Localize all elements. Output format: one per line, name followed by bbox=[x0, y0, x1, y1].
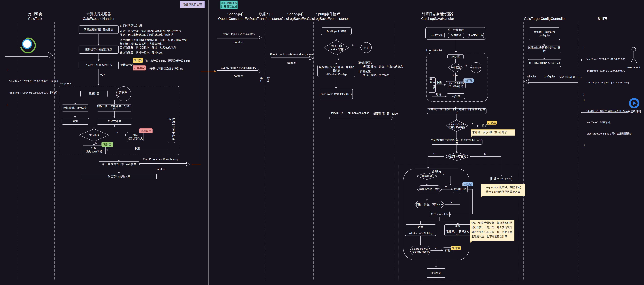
connector bbox=[456, 40, 456, 52]
yes-label: Y bbox=[338, 57, 339, 61]
note-line: 携带目标物、属性，以及公式信息 bbox=[357, 65, 403, 69]
play-icon bbox=[629, 98, 639, 108]
connector bbox=[75, 100, 114, 100]
diff-value-hex: 同物、属性；不同value bbox=[414, 201, 445, 208]
formula-calc-box: 按公式计算 bbox=[97, 118, 132, 125]
query-cached-config-box: 查询缓存中的配置信息 bbox=[78, 46, 119, 54]
diamond-label: 数据库中存在的 bbox=[443, 152, 471, 161]
json-line: "startTime": "2024-01-01 00:00:00", 【可选】 bbox=[7, 79, 60, 83]
user-agent-label: user agent bbox=[624, 66, 644, 69]
yes-label: Y bbox=[443, 173, 444, 176]
lane-subtitle: CalcLogSaveEventListener bbox=[306, 16, 349, 21]
event-save-arrow bbox=[270, 56, 313, 60]
connector bbox=[456, 132, 457, 138]
box-label: 分发计算 bbox=[89, 92, 100, 95]
msg-false-tskvdtos: tskvDTOs bbox=[331, 112, 343, 115]
json-line: "startTime": "2024-01-01 00:00:00", bbox=[584, 57, 629, 61]
forward-label-vertical: 转发 bbox=[266, 77, 270, 82]
connector bbox=[450, 176, 450, 184]
loop-tskvlist-label: Loop tskvList bbox=[426, 49, 442, 52]
uncalculated-badge: 未计算 bbox=[133, 58, 143, 63]
box-label: 收集 未匹配、未计算的log bbox=[409, 226, 432, 235]
generate-log-box: 生成一条log对象 打上初始标记 bbox=[446, 81, 466, 88]
connector bbox=[432, 96, 446, 97]
lane-header-calcexecutehandler: 计算执行处理器CalcExecuteHandler bbox=[78, 12, 119, 21]
arrowhead bbox=[114, 103, 115, 105]
diamond-label: topic正确 dataList非空 bbox=[324, 40, 349, 55]
connector bbox=[436, 260, 436, 267]
accumulate-box: 累加 bbox=[62, 118, 89, 125]
lifeline bbox=[313, 22, 314, 280]
box-label: tskv数据集 bbox=[431, 34, 443, 37]
arrowhead bbox=[420, 244, 422, 245]
box-label: 校验topic和数据 bbox=[327, 30, 346, 33]
arrowhead bbox=[93, 144, 95, 146]
box-label: 打标 bbox=[445, 249, 450, 252]
arrowhead bbox=[114, 116, 115, 118]
box-label: 累加 bbox=[73, 120, 78, 123]
connector bbox=[582, 112, 628, 113]
discard-logs-box: 丢弃 已计算、计算异常的log bbox=[444, 224, 471, 236]
connector bbox=[428, 156, 443, 157]
connector bbox=[98, 34, 99, 44]
connector bbox=[427, 193, 427, 200]
lane-title: Spring事件监听 bbox=[306, 12, 349, 16]
arrowhead bbox=[459, 193, 461, 194]
clock-hand-minute bbox=[27, 44, 29, 44]
connector bbox=[442, 189, 452, 189]
lane-subtitle: CalcTask bbox=[15, 16, 55, 21]
collect-logs-box: 收集 未匹配、未计算的log bbox=[405, 224, 436, 236]
arrowhead bbox=[581, 112, 582, 113]
query-tskvlist-box: 基于指定时间查询 tskvList bbox=[528, 59, 561, 67]
connector bbox=[451, 214, 472, 214]
batch-insert-update-box: 批量 insert update bbox=[490, 176, 512, 181]
msg-false-configs: allEnabledConfigs bbox=[348, 112, 369, 115]
unmatched-badge2: 未匹配 bbox=[462, 182, 473, 186]
no-label: N bbox=[352, 44, 354, 47]
loop-logs-label: Loop logs bbox=[60, 82, 72, 85]
json-line: } bbox=[7, 103, 60, 106]
clear-expired-note: 过期时间默认为1周 好处：执行性能、资源消耗可以维持在比较乐观范围 坏处：无法重… bbox=[120, 24, 187, 46]
get-enabled-configs-box: 缓存中获取所有开启计算的配置信息 allEnabledConfigs bbox=[318, 65, 355, 77]
init-state-box: 初始化状态 bbox=[452, 186, 468, 193]
arrowhead bbox=[445, 95, 446, 97]
clear-expired-logs-box: 清除过期的已计算的日志 bbox=[78, 26, 119, 34]
calc-error-badge2: 计算异常 bbox=[139, 128, 152, 133]
orange-arrowhead bbox=[214, 70, 216, 72]
orange-connector bbox=[192, 164, 201, 164]
box-label: 过滤出这些配置中的物、属性 bbox=[528, 46, 561, 53]
arrowhead bbox=[98, 84, 100, 86]
form-label: 形成 bbox=[436, 92, 441, 96]
legend-realtime-label: 实时数据消费 计算日志生成 bbox=[221, 1, 237, 8]
logs-label: logs bbox=[100, 73, 105, 76]
query-user-config-box: 查询用户指定配置 configList bbox=[529, 28, 560, 40]
connector bbox=[463, 68, 470, 68]
event-history-label2: Event：topic = v1/tskv/history bbox=[216, 66, 261, 70]
connector bbox=[114, 125, 114, 127]
note-line: 目标物配置：携带目标物、属性，以及公式信息 bbox=[120, 46, 176, 50]
log-collector-box: log收集器 bbox=[429, 78, 436, 93]
connector bbox=[438, 176, 450, 176]
connector bbox=[94, 97, 94, 100]
json-line: } bbox=[584, 143, 632, 147]
datalist-label: dataList bbox=[216, 75, 261, 78]
push-success-event-box: 对 计算成功的日志 push事件 bbox=[99, 161, 139, 167]
connector bbox=[468, 189, 472, 189]
connector bbox=[544, 53, 544, 59]
lane-title: 定时调度 bbox=[15, 12, 55, 16]
connector bbox=[440, 217, 440, 221]
orange-connector bbox=[201, 71, 214, 71]
lane-header-calclogsaveeventlistener: Spring事件监听CalcLogSaveEventListener bbox=[306, 12, 349, 21]
update-all-logs-box: 对全部log更新入库 bbox=[82, 174, 156, 179]
arrowhead bbox=[580, 59, 582, 61]
legend-flow-label: 物计算执行流程 bbox=[183, 3, 202, 7]
lane-header-calctask: 定时调度CalcTask bbox=[15, 12, 55, 21]
arrowhead bbox=[126, 134, 127, 136]
circle-label: 计算次数 +1 bbox=[116, 90, 131, 97]
box-label: 打标 设置错误信息 bbox=[128, 134, 143, 141]
collect-label: 收集 bbox=[134, 146, 140, 150]
arrowhead bbox=[450, 184, 451, 185]
hex-label: sourceInfo完备 或者是聚合映射 bbox=[410, 246, 431, 255]
connector bbox=[582, 60, 628, 60]
box-label: tskvProtos 转为 tskvDTOs bbox=[321, 92, 352, 96]
